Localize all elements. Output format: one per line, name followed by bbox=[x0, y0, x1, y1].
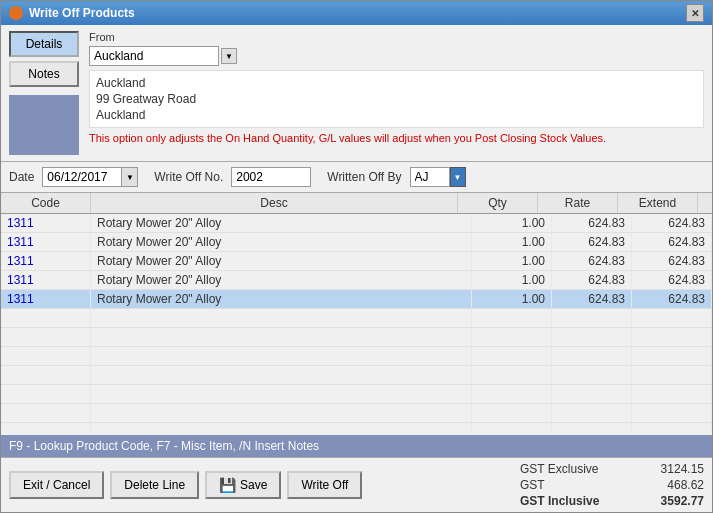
bottom-bar-text: F9 - Lookup Product Code, F7 - Misc Item… bbox=[9, 439, 319, 453]
gst-exclusive-value: 3124.15 bbox=[634, 462, 704, 476]
write-off-button[interactable]: Write Off bbox=[287, 471, 362, 499]
cell-code: 1311 bbox=[1, 233, 91, 251]
table-row[interactable]: 1311 Rotary Mower 20" Alloy 1.00 624.83 … bbox=[1, 252, 712, 271]
written-off-dropdown-arrow[interactable]: ▼ bbox=[450, 167, 466, 187]
cell-desc: Rotary Mower 20" Alloy bbox=[91, 290, 472, 308]
table-row[interactable]: 1311 Rotary Mower 20" Alloy 1.00 624.83 … bbox=[1, 214, 712, 233]
written-off-by-input[interactable] bbox=[410, 167, 450, 187]
cell-empty bbox=[1, 328, 91, 346]
notes-button[interactable]: Notes bbox=[9, 61, 79, 87]
title-bar: Write Off Products ✕ bbox=[1, 1, 712, 25]
address-line-1: Auckland bbox=[96, 75, 697, 91]
cell-empty bbox=[472, 385, 552, 403]
col-qty: Qty bbox=[458, 193, 538, 213]
cell-empty bbox=[632, 385, 712, 403]
table-row-empty[interactable] bbox=[1, 366, 712, 385]
table-row-empty[interactable] bbox=[1, 309, 712, 328]
cell-empty bbox=[1, 309, 91, 327]
cell-extend: 624.83 bbox=[632, 271, 712, 289]
table-row-empty[interactable] bbox=[1, 328, 712, 347]
cell-empty bbox=[632, 328, 712, 346]
window-title: Write Off Products bbox=[29, 6, 135, 20]
cell-desc: Rotary Mower 20" Alloy bbox=[91, 233, 472, 251]
gst-exclusive-label: GST Exclusive bbox=[520, 462, 598, 476]
info-text: This option only adjusts the On Hand Qua… bbox=[89, 132, 704, 144]
col-extend: Extend bbox=[618, 193, 698, 213]
cell-empty bbox=[91, 328, 472, 346]
cell-empty bbox=[552, 328, 632, 346]
cell-qty: 1.00 bbox=[472, 233, 552, 251]
table-row-empty[interactable] bbox=[1, 347, 712, 366]
cell-qty: 1.00 bbox=[472, 271, 552, 289]
gst-label: GST bbox=[520, 478, 545, 492]
cell-empty bbox=[632, 366, 712, 384]
table-row-empty[interactable] bbox=[1, 423, 712, 435]
table-row-empty[interactable] bbox=[1, 385, 712, 404]
written-off-wrap: ▼ bbox=[410, 167, 466, 187]
exit-cancel-label: Exit / Cancel bbox=[23, 478, 90, 492]
cell-empty bbox=[1, 404, 91, 422]
cell-empty bbox=[632, 347, 712, 365]
write-off-label: Write Off bbox=[301, 478, 348, 492]
cell-empty bbox=[472, 423, 552, 435]
cell-rate: 624.83 bbox=[552, 271, 632, 289]
cell-empty bbox=[91, 366, 472, 384]
table-header: Code Desc Qty Rate Extend bbox=[1, 193, 712, 214]
cell-desc: Rotary Mower 20" Alloy bbox=[91, 271, 472, 289]
gst-exclusive-row: GST Exclusive 3124.15 bbox=[520, 462, 704, 476]
close-button[interactable]: ✕ bbox=[686, 4, 704, 22]
cell-empty bbox=[91, 309, 472, 327]
save-button[interactable]: 💾 Save bbox=[205, 471, 281, 499]
app-icon bbox=[9, 6, 23, 20]
date-dropdown-arrow[interactable]: ▼ bbox=[122, 167, 138, 187]
cell-empty bbox=[632, 423, 712, 435]
content-area: Details Notes From ▼ Auckland 99 Greatwa… bbox=[1, 25, 712, 512]
from-input[interactable] bbox=[89, 46, 219, 66]
address-line-3: Auckland bbox=[96, 107, 697, 123]
bottom-bar: F9 - Lookup Product Code, F7 - Misc Item… bbox=[1, 435, 712, 457]
cell-extend: 624.83 bbox=[632, 252, 712, 270]
table-row[interactable]: 1311 Rotary Mower 20" Alloy 1.00 624.83 … bbox=[1, 271, 712, 290]
action-area: Exit / Cancel Delete Line 💾 Save Write O… bbox=[1, 457, 712, 512]
from-area: From ▼ Auckland 99 Greatway Road Aucklan… bbox=[89, 31, 704, 155]
cell-code: 1311 bbox=[1, 214, 91, 232]
table-row[interactable]: 1311 Rotary Mower 20" Alloy 1.00 624.83 … bbox=[1, 290, 712, 309]
top-panel: Details Notes From ▼ Auckland 99 Greatwa… bbox=[1, 25, 712, 162]
table-row[interactable]: 1311 Rotary Mower 20" Alloy 1.00 624.83 … bbox=[1, 233, 712, 252]
from-label: From bbox=[89, 31, 704, 43]
cell-empty bbox=[552, 366, 632, 384]
details-button[interactable]: Details bbox=[9, 31, 79, 57]
cell-empty bbox=[1, 423, 91, 435]
exit-cancel-button[interactable]: Exit / Cancel bbox=[9, 471, 104, 499]
delete-line-label: Delete Line bbox=[124, 478, 185, 492]
cell-extend: 624.83 bbox=[632, 233, 712, 251]
from-dropdown-arrow[interactable]: ▼ bbox=[221, 48, 237, 64]
cell-empty bbox=[552, 347, 632, 365]
action-buttons: Exit / Cancel Delete Line 💾 Save Write O… bbox=[1, 458, 512, 512]
cell-empty bbox=[632, 404, 712, 422]
cell-empty bbox=[472, 309, 552, 327]
cell-code: 1311 bbox=[1, 252, 91, 270]
cell-code: 1311 bbox=[1, 271, 91, 289]
date-row: Date ▼ Write Off No. Written Off By ▼ bbox=[1, 162, 712, 193]
write-off-no-input[interactable] bbox=[231, 167, 311, 187]
date-input-wrap: ▼ bbox=[42, 167, 138, 187]
gst-row: GST 468.62 bbox=[520, 478, 704, 492]
save-label: Save bbox=[240, 478, 267, 492]
table-container: Code Desc Qty Rate Extend 1311 Rotary Mo… bbox=[1, 193, 712, 435]
delete-line-button[interactable]: Delete Line bbox=[110, 471, 199, 499]
cell-qty: 1.00 bbox=[472, 252, 552, 270]
cell-rate: 624.83 bbox=[552, 290, 632, 308]
col-rate: Rate bbox=[538, 193, 618, 213]
gst-inclusive-label: GST Inclusive bbox=[520, 494, 599, 508]
cell-qty: 1.00 bbox=[472, 214, 552, 232]
date-label: Date bbox=[9, 170, 34, 184]
table-body[interactable]: 1311 Rotary Mower 20" Alloy 1.00 624.83 … bbox=[1, 214, 712, 435]
gst-inclusive-value: 3592.77 bbox=[634, 494, 704, 508]
date-input[interactable] bbox=[42, 167, 122, 187]
cell-extend: 624.83 bbox=[632, 290, 712, 308]
cell-empty bbox=[552, 385, 632, 403]
from-dropdown: ▼ bbox=[89, 46, 704, 66]
table-row-empty[interactable] bbox=[1, 404, 712, 423]
cell-qty: 1.00 bbox=[472, 290, 552, 308]
